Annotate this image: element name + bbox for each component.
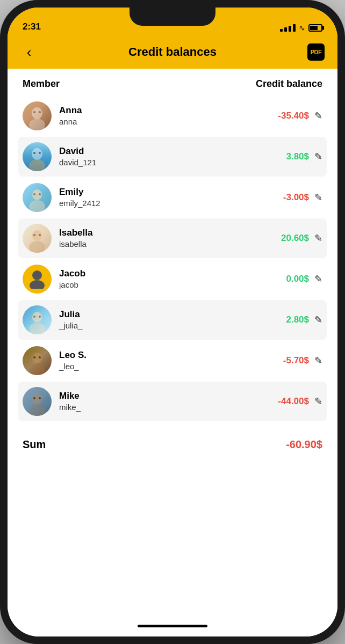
edit-button-leo[interactable]: ✎ [314,355,322,367]
balance-value-julia: 2.80$ [286,314,309,325]
pdf-icon: PDF [307,43,325,61]
member-username-jacob: jacob [59,280,286,290]
member-name-jacob: Jacob [59,268,286,280]
phone-screen: 2:31 ∿ ‹ Credit balances [8,8,337,636]
member-username-leo: _leo_ [59,361,283,372]
sum-label: Sum [23,438,46,451]
svg-point-9 [29,200,45,212]
member-row-anna: Anna anna -35.40$ ✎ [18,96,327,136]
svg-point-25 [39,356,41,358]
member-name-leo: Leo S. [59,349,283,361]
phone-shell: 2:31 ∿ ‹ Credit balances [0,0,345,644]
balance-value-mike: -44.00$ [278,396,309,407]
balance-value-david: 3.80$ [286,151,309,162]
avatar-julia [23,305,52,334]
member-balance-emily: -3.00$ ✎ [283,192,322,203]
edit-button-mike[interactable]: ✎ [314,396,322,407]
leo-avatar-svg [23,346,52,375]
balance-value-jacob: 0.00$ [286,274,309,284]
sum-value: -60.90$ [286,438,322,451]
svg-point-14 [33,234,35,236]
member-row-jacob: Jacob jacob 0.00$ ✎ [18,259,327,299]
member-name-david: David [59,145,286,157]
member-row-julia: Julia _julia_ 2.80$ ✎ [18,300,327,340]
julia-avatar-svg [23,305,52,334]
col-balance-label: Credit balance [256,78,322,90]
member-name-julia: Julia [59,309,286,320]
back-arrow-icon: ‹ [27,45,32,59]
back-button[interactable]: ‹ [19,42,39,62]
svg-point-19 [29,323,45,334]
svg-point-5 [29,159,45,171]
balance-value-leo: -5.70$ [283,355,309,366]
page-title: Credit balances [39,45,306,59]
svg-point-27 [29,404,45,416]
avatar-leo [23,346,52,375]
edit-button-julia[interactable]: ✎ [314,314,322,326]
svg-point-24 [33,356,35,358]
sum-row: Sum -60.90$ [18,426,327,462]
home-bar [138,625,207,627]
edit-button-isabella[interactable]: ✎ [314,232,322,244]
svg-point-23 [29,363,45,375]
edit-button-emily[interactable]: ✎ [314,192,322,203]
jacob-avatar-icon [28,269,46,289]
member-info-david: David david_121 [59,145,286,168]
status-icons: ∿ [280,24,322,32]
member-balance-julia: 2.80$ ✎ [286,314,322,326]
balance-value-emily: -3.00$ [283,192,309,203]
member-info-leo: Leo S. _leo_ [59,349,283,372]
avatar-isabella [23,224,52,253]
member-username-emily: emily_2412 [59,198,283,209]
svg-point-10 [33,193,35,195]
edit-button-jacob[interactable]: ✎ [314,273,322,285]
member-info-mike: Mike mike_ [59,390,278,413]
isabella-avatar-svg [23,224,52,253]
member-info-emily: Emily emily_2412 [59,186,283,209]
avatar-emily [23,183,52,212]
member-balance-leo: -5.70$ ✎ [283,355,322,367]
member-balance-david: 3.80$ ✎ [286,151,322,163]
svg-point-6 [33,152,35,154]
david-avatar-svg [23,142,52,171]
member-balance-isabella: 20.60$ ✎ [281,232,322,244]
avatar-david [23,142,52,171]
member-row-isabella: Isabella isabella 20.60$ ✎ [18,218,327,258]
svg-point-3 [39,111,41,113]
member-info-jacob: Jacob jacob [59,268,286,290]
status-time: 2:31 [23,21,41,32]
svg-point-2 [33,111,35,113]
home-indicator [8,615,337,636]
edit-button-anna[interactable]: ✎ [314,110,322,122]
member-balance-jacob: 0.00$ ✎ [286,273,322,285]
member-name-anna: Anna [59,105,278,116]
avatar-anna [23,101,52,130]
emily-avatar-svg [23,183,52,212]
edit-button-david[interactable]: ✎ [314,151,322,163]
member-info-julia: Julia _julia_ [59,309,286,331]
balance-value-anna: -35.40$ [278,111,309,121]
member-username-isabella: isabella [59,239,281,250]
svg-point-7 [39,152,41,154]
member-username-julia: _julia_ [59,320,286,331]
mike-avatar-svg [23,387,52,416]
member-name-isabella: Isabella [59,227,281,239]
member-row-mike: Mike mike_ -44.00$ ✎ [18,382,327,421]
svg-point-1 [29,119,45,130]
member-username-david: david_121 [59,157,286,168]
svg-point-16 [32,270,42,280]
battery-icon [308,24,322,32]
col-member-label: Member [23,78,60,90]
svg-point-0 [32,107,42,119]
column-headers: Member Credit balance [18,69,327,96]
balance-value-isabella: 20.60$ [281,233,309,244]
member-name-mike: Mike [59,390,278,402]
notch [130,8,215,26]
content-area: Member Credit balance Anna anna [8,69,337,615]
svg-point-11 [39,193,41,195]
pdf-button[interactable]: PDF [306,42,326,62]
member-name-emily: Emily [59,186,283,198]
member-info-anna: Anna anna [59,105,278,127]
wifi-icon: ∿ [299,24,305,32]
member-username-anna: anna [59,116,278,127]
